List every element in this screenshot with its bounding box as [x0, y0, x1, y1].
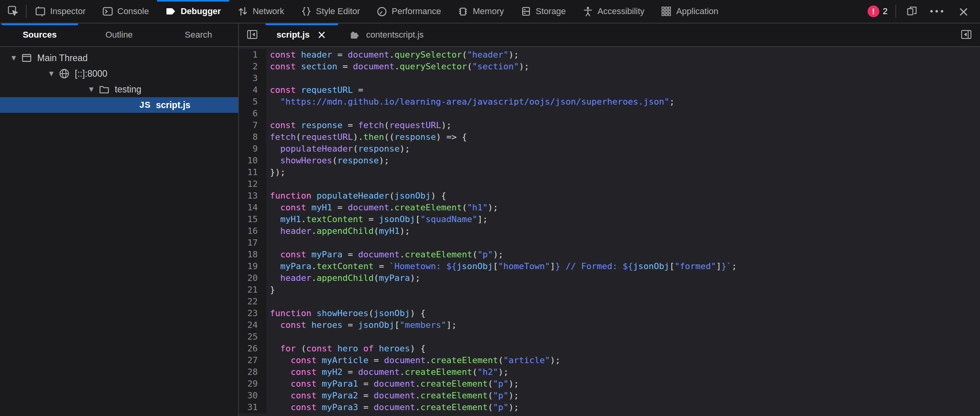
code-line-text: const myPara3 = document.createElement("…: [266, 402, 519, 413]
close-tab-icon[interactable]: ×: [316, 29, 327, 40]
panel-tab-sources[interactable]: Sources: [0, 24, 80, 46]
code-line: 1const header = document.querySelector("…: [239, 49, 980, 61]
code-line: 12: [239, 178, 980, 190]
devtools-toolbar: InspectorConsoleDebuggerNetworkStyle Edi…: [0, 0, 980, 24]
line-number[interactable]: 27: [239, 355, 266, 366]
collapse-panel-right-icon: [960, 29, 973, 41]
window-icon: [21, 52, 32, 63]
tree-item-main-thread[interactable]: ▼Main Thread: [0, 50, 238, 66]
toolbar-tab-style-editor[interactable]: Style Editor: [293, 0, 369, 23]
tree-item-label: [::]:8000: [75, 69, 107, 79]
performance-icon: [376, 6, 387, 17]
line-number[interactable]: 28: [239, 366, 266, 378]
collapse-sources-panel-button[interactable]: [239, 24, 266, 46]
responsive-design-mode-button[interactable]: [902, 2, 922, 21]
line-number[interactable]: 1: [239, 49, 266, 61]
sources-tree: ▼Main Thread▼[::]:8000▼testingJSscript.j…: [0, 47, 239, 416]
chevron-down-icon[interactable]: ▼: [44, 70, 59, 77]
toolbar-tab-console[interactable]: Console: [94, 0, 157, 23]
toolbar-tab-debugger[interactable]: Debugger: [157, 0, 229, 23]
code-line-text: const header = document.querySelector("h…: [266, 49, 519, 61]
style-editor-icon: [301, 6, 312, 17]
line-number[interactable]: 4: [239, 84, 266, 96]
tree-item-8000[interactable]: ▼[::]:8000: [0, 66, 238, 81]
line-number[interactable]: 22: [239, 296, 266, 307]
toolbar-tab-accessibility[interactable]: Accessibility: [574, 0, 653, 23]
line-number[interactable]: 24: [239, 319, 266, 331]
devtools-menu-button[interactable]: •••: [928, 2, 948, 21]
toolbar-separator: [895, 5, 896, 18]
line-number[interactable]: 2: [239, 61, 266, 72]
expand-right-panel-button[interactable]: [953, 24, 980, 46]
code-line: 8fetch(requestURL).then((response) => {: [239, 131, 980, 143]
tree-item-label: script.js: [156, 100, 190, 110]
toolbar-tab-memory[interactable]: Memory: [449, 0, 512, 23]
chevron-down-icon[interactable]: ▼: [6, 54, 21, 61]
element-picker-icon: [7, 5, 18, 18]
storage-icon: [521, 6, 532, 17]
tree-item-script-js[interactable]: JSscript.js: [0, 97, 238, 113]
code-line-text: [266, 296, 270, 307]
code-line: 24 const heroes = jsonObj["members"];: [239, 319, 980, 331]
element-picker-button[interactable]: [0, 0, 26, 23]
line-number[interactable]: 17: [239, 237, 266, 249]
toolbar-tab-performance[interactable]: Performance: [368, 0, 449, 23]
line-number[interactable]: 18: [239, 249, 266, 260]
code-line: 25: [239, 331, 980, 343]
panel-tab-outline[interactable]: Outline: [80, 24, 159, 46]
panel-tab-search[interactable]: Search: [159, 24, 238, 46]
chevron-down-icon[interactable]: ▼: [84, 86, 99, 93]
close-devtools-button[interactable]: ×: [953, 2, 974, 21]
tree-item-label: testing: [115, 84, 141, 95]
console-icon: [102, 6, 113, 17]
line-number[interactable]: 7: [239, 119, 266, 131]
toolbar-tab-application[interactable]: Application: [653, 0, 727, 23]
line-number[interactable]: 23: [239, 307, 266, 319]
close-icon: ×: [958, 5, 969, 18]
network-icon: [237, 6, 248, 17]
line-number[interactable]: 31: [239, 402, 266, 413]
code-editor[interactable]: 1const header = document.querySelector("…: [239, 47, 980, 416]
code-line-text: const myPara = document.createElement("p…: [266, 249, 503, 260]
line-number[interactable]: 13: [239, 190, 266, 202]
line-number[interactable]: 12: [239, 178, 266, 190]
line-number[interactable]: 8: [239, 131, 266, 143]
line-number[interactable]: 11: [239, 166, 266, 178]
code-line: 27 const myArticle = document.createElem…: [239, 355, 980, 366]
tree-item-testing[interactable]: ▼testing: [0, 81, 238, 97]
line-number[interactable]: 14: [239, 202, 266, 213]
tree-item-label: Main Thread: [37, 53, 88, 63]
line-number[interactable]: 3: [239, 72, 266, 84]
code-line: 18 const myPara = document.createElement…: [239, 249, 980, 260]
line-number[interactable]: 26: [239, 343, 266, 355]
line-number[interactable]: 9: [239, 143, 266, 155]
code-line-text: const myPara1 = document.createElement("…: [266, 378, 519, 390]
code-line: 3: [239, 72, 980, 84]
line-number[interactable]: 6: [239, 108, 266, 119]
code-line-text: const myH2 = document.createElement("h2"…: [266, 366, 508, 378]
line-number[interactable]: 20: [239, 272, 266, 284]
toolbar-tab-storage[interactable]: Storage: [512, 0, 574, 23]
code-line-text: const response = fetch(requestURL);: [266, 119, 452, 131]
toolbar-tab-network[interactable]: Network: [229, 0, 293, 23]
line-number[interactable]: 25: [239, 331, 266, 343]
code-line-text: myPara.textContent = `Hometown: ${jsonOb…: [266, 260, 737, 272]
line-number[interactable]: 21: [239, 284, 266, 296]
code-line: 22: [239, 296, 980, 307]
code-line-text: });: [266, 166, 286, 178]
toolbar-tab-inspector[interactable]: Inspector: [27, 0, 94, 23]
line-number[interactable]: 29: [239, 378, 266, 390]
line-number[interactable]: 19: [239, 260, 266, 272]
line-number[interactable]: 16: [239, 225, 266, 237]
line-number[interactable]: 5: [239, 96, 266, 108]
error-count-button[interactable]: ! 2: [865, 5, 890, 18]
file-tab-contentscript-js[interactable]: contentscript.js: [338, 24, 435, 46]
devtools-window: InspectorConsoleDebuggerNetworkStyle Edi…: [0, 0, 980, 416]
toolbar-tabs: InspectorConsoleDebuggerNetworkStyle Edi…: [27, 0, 727, 23]
line-number[interactable]: 30: [239, 390, 266, 402]
line-number[interactable]: 10: [239, 155, 266, 166]
code-line-text: }: [266, 284, 275, 296]
line-number[interactable]: 15: [239, 213, 266, 225]
code-line: 23function showHeroes(jsonObj) {: [239, 307, 980, 319]
file-tab-script-js[interactable]: script.js×: [266, 24, 338, 46]
